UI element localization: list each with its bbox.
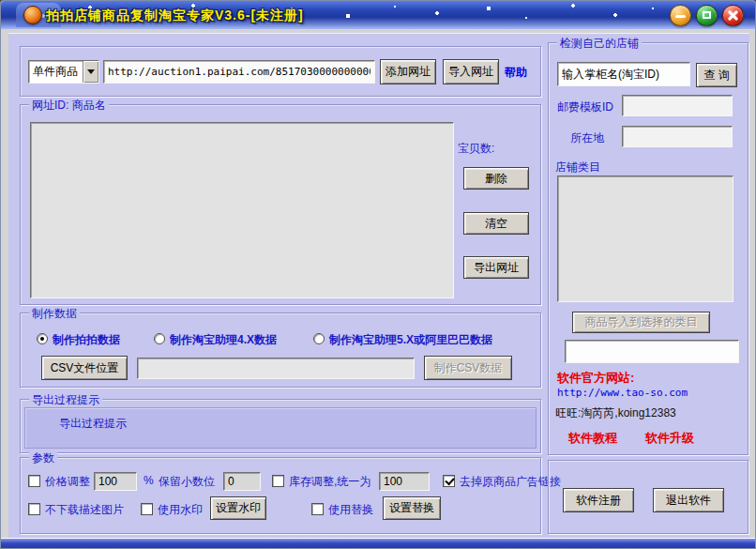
progress-panel: 导出过程提示: [24, 407, 537, 449]
stock-adjust-checkbox[interactable]: [272, 475, 284, 487]
import-to-category-button[interactable]: 商品导入到选择的类目: [572, 312, 710, 333]
shop-check-group-title: 检测自己的店铺: [557, 36, 642, 52]
radio-label[interactable]: 制作拍拍数据: [53, 332, 120, 348]
exit-button[interactable]: 退出软件: [653, 488, 724, 512]
radio-icon[interactable]: [154, 333, 165, 344]
dropdown-arrow-icon[interactable]: [83, 61, 98, 83]
price-value-input[interactable]: [94, 472, 137, 491]
window-bottom-border: [1, 538, 756, 549]
app-window: 拍拍店铺商品复制淘宝专家V3.6-[未注册] 单件商品 添加网址 导入网址 帮助…: [0, 0, 756, 549]
price-adjust-checkbox[interactable]: [28, 475, 40, 487]
url-list-group: 网址ID: 商品名 宝贝数: 删除 清空 导出网址: [20, 104, 541, 305]
make-data-group-title: 制作数据: [29, 306, 80, 322]
maximize-button[interactable]: [696, 5, 718, 26]
query-button[interactable]: 查 询: [696, 63, 737, 87]
official-site-link[interactable]: http://www.tao-so.com: [557, 387, 688, 399]
shopkeeper-input[interactable]: [557, 62, 690, 86]
help-link[interactable]: 帮助: [505, 65, 527, 81]
params-group-title: 参数: [29, 450, 57, 466]
upgrade-link[interactable]: 软件升级: [645, 430, 694, 447]
product-type-select[interactable]: 单件商品: [28, 60, 99, 84]
remove-ads-label[interactable]: 去掉原商品广告链接: [460, 474, 561, 490]
url-entry-group: 单件商品 添加网址 导入网址 帮助: [20, 46, 541, 97]
stock-value-input[interactable]: [379, 472, 430, 491]
app-icon: [23, 6, 42, 24]
progress-message: 导出过程提示: [59, 416, 127, 432]
set-watermark-button[interactable]: 设置水印: [210, 496, 266, 520]
replace-checkbox[interactable]: [311, 503, 324, 515]
watermark-checkbox[interactable]: [141, 503, 153, 515]
add-url-button[interactable]: 添加网址: [380, 59, 436, 84]
window-title: 拍拍店铺商品复制淘宝专家V3.6-[未注册]: [46, 8, 304, 24]
decimals-value-input[interactable]: [223, 472, 261, 491]
progress-group-title: 导出过程提示: [29, 392, 102, 408]
footer-panel: 软件注册 退出软件: [548, 460, 748, 534]
minimize-icon: [675, 15, 686, 18]
category-label: 店铺类目: [555, 160, 600, 175]
export-url-button[interactable]: 导出网址: [463, 256, 529, 279]
percent-label: %: [144, 474, 154, 487]
progress-group: 导出过程提示 导出过程提示: [20, 399, 541, 453]
category-input[interactable]: [565, 340, 739, 363]
shop-check-group: 检测自己的店铺 查 询 邮费模板ID 所在地 店铺类目 商品导入到选择的类目 软…: [548, 42, 748, 455]
stock-adjust-label[interactable]: 库存调整,统一为: [289, 474, 370, 490]
make-csv-button[interactable]: 制作CSV数据: [424, 356, 512, 380]
maximize-icon: [703, 11, 711, 19]
import-url-button[interactable]: 导入网址: [443, 59, 499, 84]
radio-icon[interactable]: [313, 333, 325, 344]
clear-button[interactable]: 清空: [463, 212, 529, 235]
delete-button[interactable]: 删除: [463, 167, 529, 190]
params-group: 参数 价格调整 % 保留小数位 库存调整,统一为 去掉原商品广告链接 不下载描述…: [20, 457, 541, 534]
radio-label[interactable]: 制作淘宝助理4.X数据: [170, 332, 277, 348]
register-button[interactable]: 软件注册: [563, 488, 634, 512]
radio-icon[interactable]: [37, 333, 48, 344]
watermark-label[interactable]: 使用水印: [158, 502, 203, 518]
wangwang-contact: 旺旺:淘芮芮,koing12383: [555, 405, 676, 421]
title-bar: 拍拍店铺商品复制淘宝专家V3.6-[未注册]: [1, 1, 756, 29]
item-count-label: 宝贝数:: [458, 141, 494, 157]
official-site-label: 软件官方网站:: [557, 370, 634, 387]
no-desc-img-checkbox[interactable]: [28, 503, 40, 515]
price-adjust-label[interactable]: 价格调整: [45, 474, 90, 490]
postage-template-label: 邮费模板ID: [557, 99, 613, 115]
category-list-box[interactable]: [557, 175, 733, 302]
replace-label[interactable]: 使用替换: [328, 502, 373, 518]
product-type-value: 单件商品: [29, 64, 83, 80]
set-replace-button[interactable]: 设置替换: [383, 496, 441, 520]
url-list-box[interactable]: [30, 122, 454, 298]
close-button[interactable]: [722, 5, 744, 26]
csv-path-input[interactable]: [137, 358, 415, 379]
no-desc-img-label[interactable]: 不下载描述图片: [45, 502, 124, 518]
location-input[interactable]: [622, 126, 733, 147]
postage-template-input[interactable]: [622, 95, 733, 116]
url-input[interactable]: [103, 60, 375, 84]
csv-location-button[interactable]: CSV文件位置: [41, 356, 128, 380]
remove-ads-checkbox[interactable]: [443, 475, 455, 487]
decimals-label: 保留小数位: [159, 474, 215, 490]
url-list-group-title: 网址ID: 商品名: [29, 98, 109, 114]
tutorial-link[interactable]: 软件教程: [568, 430, 617, 447]
make-data-group: 制作数据 制作拍拍数据 制作淘宝助理4.X数据 制作淘宝助理5.X或阿里巴巴数据…: [20, 313, 541, 388]
minimize-button[interactable]: [670, 5, 691, 26]
radio-label[interactable]: 制作淘宝助理5.X或阿里巴巴数据: [329, 332, 492, 348]
location-label: 所在地: [570, 130, 604, 146]
